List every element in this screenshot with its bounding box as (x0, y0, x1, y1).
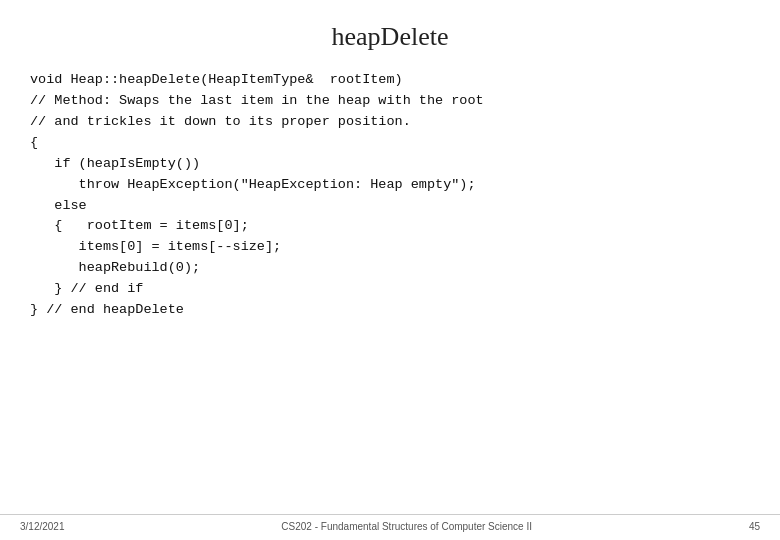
slide-title: heapDelete (0, 0, 780, 70)
slide: heapDelete void Heap::heapDelete(HeapIte… (0, 0, 780, 540)
code-block: void Heap::heapDelete(HeapItemType& root… (30, 70, 750, 321)
footer-date: 3/12/2021 (20, 521, 65, 532)
footer-course: CS202 - Fundamental Structures of Comput… (281, 521, 532, 532)
footer-page: 45 (749, 521, 760, 532)
slide-footer: 3/12/2021 CS202 - Fundamental Structures… (0, 514, 780, 540)
slide-content: void Heap::heapDelete(HeapItemType& root… (0, 70, 780, 514)
